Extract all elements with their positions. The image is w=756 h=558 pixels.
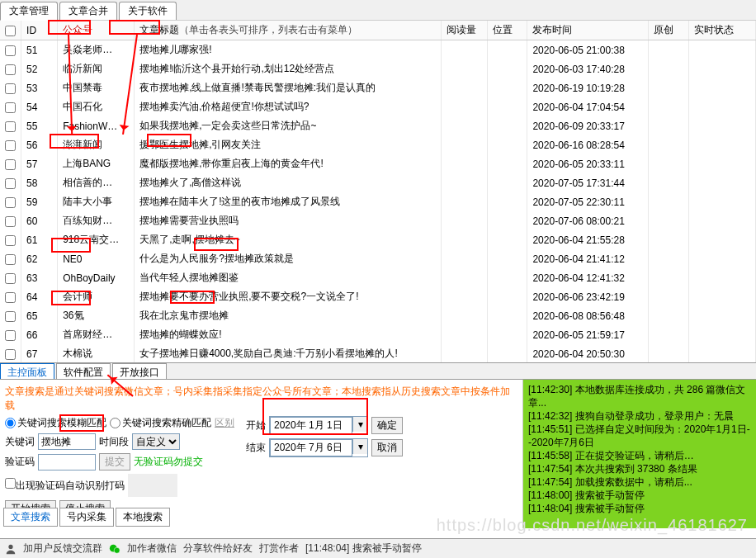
radio-fuzzy-wrap[interactable]: 关键词搜索模糊匹配 — [5, 416, 106, 430]
row-checkbox[interactable] — [5, 330, 16, 341]
radio-exact-wrap[interactable]: 关键词搜索精确匹配 — [110, 416, 211, 430]
share-link[interactable]: 分享软件给好友 — [183, 541, 253, 556]
diff-link[interactable]: 区别 — [215, 416, 234, 430]
chevron-down-icon[interactable]: ▾ — [352, 417, 367, 432]
author-wechat-link[interactable]: 加作者微信 — [127, 541, 177, 556]
cell-id: 63 — [21, 268, 58, 287]
cell-time: 2020-06-05 21:00:38 — [527, 40, 648, 60]
cell-status — [688, 192, 755, 211]
col-account[interactable]: 公众号 — [58, 21, 135, 40]
row-checkbox[interactable] — [5, 140, 16, 151]
chevron-down-icon[interactable]: ▾ — [352, 439, 367, 454]
lt-account-collect[interactable]: 号内采集 — [59, 508, 114, 527]
row-checkbox[interactable] — [5, 235, 16, 246]
row-checkbox[interactable] — [5, 311, 16, 322]
cell-pos — [487, 192, 527, 211]
captcha-submit-button[interactable]: 提交 — [99, 453, 130, 471]
row-checkbox[interactable] — [5, 216, 16, 227]
col-title[interactable]: 文章标题（单击各表头可排序，列表右击有菜单） — [135, 21, 442, 40]
cell-title: 女子摆地摊日赚4000,奖励自己奥迪:千万别小看摆地摊的人! — [135, 344, 442, 363]
mtab-software-config[interactable]: 软件配置 — [56, 363, 111, 379]
lt-local-search[interactable]: 本地搜索 — [116, 508, 170, 527]
col-orig[interactable]: 原创 — [648, 21, 688, 40]
table-row[interactable]: 6536氪我在北京鬼市摆地摊2020-06-08 08:56:48 — [0, 306, 756, 325]
row-checkbox[interactable] — [5, 83, 16, 94]
table-row[interactable]: 67木棉说女子摆地摊日赚4000,奖励自己奥迪:千万别小看摆地摊的人!2020-… — [0, 344, 756, 363]
cell-reads — [441, 268, 487, 287]
radio-exact[interactable] — [110, 418, 120, 428]
col-time[interactable]: 发布时间 — [527, 21, 648, 40]
cell-account: 陆丰大小事 — [58, 192, 135, 211]
top-tabs: 文章管理 文章合并 关于软件 — [0, 0, 756, 21]
table-row[interactable]: 51吴焱老师…摆地摊儿哪家强!2020-06-05 21:00:38 — [0, 40, 756, 60]
row-checkbox[interactable] — [5, 45, 16, 56]
select-all-checkbox[interactable] — [5, 26, 16, 36]
cell-status — [688, 249, 755, 268]
cell-id: 56 — [21, 135, 58, 154]
table-row[interactable]: 61918云南交…天黑了,走啊,摆地摊去~2020-06-04 21:55:28 — [0, 230, 756, 249]
row-checkbox[interactable] — [5, 273, 16, 284]
row-checkbox[interactable] — [5, 292, 16, 303]
table-row[interactable]: 54中国石化摆地摊卖汽油,价格超便宜!你想试试吗?2020-06-04 17:0… — [0, 97, 756, 116]
table-row[interactable]: 55FashionW…如果我摆地摊,一定会卖这些日常洗护品~2020-06-09… — [0, 116, 756, 135]
table-row[interactable]: 58相信善的…摆地摊火了,高僧这样说2020-07-05 17:31:44 — [0, 173, 756, 192]
row-checkbox[interactable] — [5, 178, 16, 189]
cell-pos — [487, 40, 527, 60]
col-status[interactable]: 实时状态 — [688, 21, 755, 40]
col-reads[interactable]: 阅读量 — [441, 21, 487, 40]
table-row[interactable]: 64会计师摆地摊要不要办营业执照,要不要交税?一文说全了!2020-06-06 … — [0, 287, 756, 306]
period-select[interactable]: 自定义 — [132, 433, 180, 450]
radio-fuzzy[interactable] — [5, 418, 16, 428]
row-checkbox[interactable] — [5, 349, 16, 360]
table-row[interactable]: 52临沂新闻摆地摊!临沂这个县开始行动,划出12处经营点2020-06-03 1… — [0, 59, 756, 78]
col-title-hint: （单击各表头可排序，列表右击有菜单） — [179, 24, 357, 35]
row-checkbox[interactable] — [5, 254, 16, 265]
auto-captcha-checkbox[interactable] — [5, 478, 16, 489]
cell-reads — [441, 211, 487, 230]
date-ok-button[interactable]: 确定 — [371, 417, 403, 434]
mid-body: 文章搜索是通过关键词搜索微信文章；号内采集指采集指定公众号所有文章；本地搜索指从… — [0, 380, 756, 528]
kw-input[interactable] — [38, 433, 96, 450]
cell-account: 相信善的… — [58, 173, 135, 192]
cell-pos — [487, 268, 527, 287]
tab-about[interactable]: 关于软件 — [119, 2, 177, 20]
col-id[interactable]: ID — [21, 21, 58, 40]
end-date-input[interactable]: 2020年 7月 6日 — [270, 439, 352, 456]
table-row[interactable]: 57上海BANG魔都版摆地摊,带你重启夜上海的黄金年代!2020-06-05 2… — [0, 154, 756, 173]
date-cancel-button[interactable]: 取消 — [371, 439, 403, 456]
col-pos[interactable]: 位置 — [487, 21, 527, 40]
row-checkbox[interactable] — [5, 64, 16, 75]
row-checkbox[interactable] — [5, 121, 16, 132]
table-row[interactable]: 62NE0什么是为人民服务?摆地摊政策就是2020-06-04 21:41:12 — [0, 249, 756, 268]
row-checkbox[interactable] — [5, 102, 16, 113]
table-row[interactable]: 53中国禁毒夜市摆地摊,线上做直播!禁毒民警摆地摊:我们是认真的2020-06-… — [0, 78, 756, 97]
feedback-group-link[interactable]: 加用户反馈交流群 — [23, 541, 102, 556]
start-date-input[interactable]: 2020年 1月 1日 — [270, 417, 352, 434]
mtab-main-panel[interactable]: 主控面板 — [0, 363, 54, 379]
mtab-open-api[interactable]: 开放接口 — [112, 363, 167, 379]
cell-id: 55 — [21, 116, 58, 135]
tab-article-manage[interactable]: 文章管理 — [0, 2, 58, 21]
table-row[interactable]: 56澎湃新闻援鄂医生摆地摊,引网友关注2020-06-16 08:28:54 — [0, 135, 756, 154]
cell-orig — [648, 211, 688, 230]
log-line: [11:45:51] 已选择自定义时间段为：2020年1月1日--2020年7月… — [528, 423, 751, 449]
cell-time: 2020-06-05 21:59:17 — [527, 325, 648, 344]
cell-time: 2020-06-04 17:04:54 — [527, 97, 648, 116]
tab-article-merge[interactable]: 文章合并 — [59, 2, 117, 20]
row-checkbox[interactable] — [5, 159, 16, 170]
captcha-image — [128, 474, 177, 497]
cell-id: 51 — [21, 40, 58, 60]
table-row[interactable]: 66首席财经…摆地摊的蝴蝶效应!2020-06-05 21:59:17 — [0, 325, 756, 344]
table-row[interactable]: 63OhBoyDaily当代年轻人摆地摊图鉴2020-06-04 12:41:3… — [0, 268, 756, 287]
cell-time: 2020-06-19 10:19:28 — [527, 78, 648, 97]
table-row[interactable]: 60百练知财…摆地摊需要营业执照吗2020-07-06 08:00:21 — [0, 211, 756, 230]
reward-link[interactable]: 打赏作者 — [259, 541, 299, 556]
lt-article-search[interactable]: 文章搜索 — [3, 508, 58, 527]
radio-exact-label: 关键词搜索精确匹配 — [122, 416, 211, 430]
table-row[interactable]: 59陆丰大小事摆地摊在陆丰火了!这里的夜市地摊成了风景线2020-07-05 2… — [0, 192, 756, 211]
row-checkbox[interactable] — [5, 197, 16, 208]
cell-status — [688, 268, 755, 287]
auto-captcha-wrap[interactable]: 出现验证码自动识别打码 — [5, 478, 125, 493]
col-chk[interactable] — [0, 21, 21, 40]
captcha-input[interactable] — [38, 454, 96, 471]
